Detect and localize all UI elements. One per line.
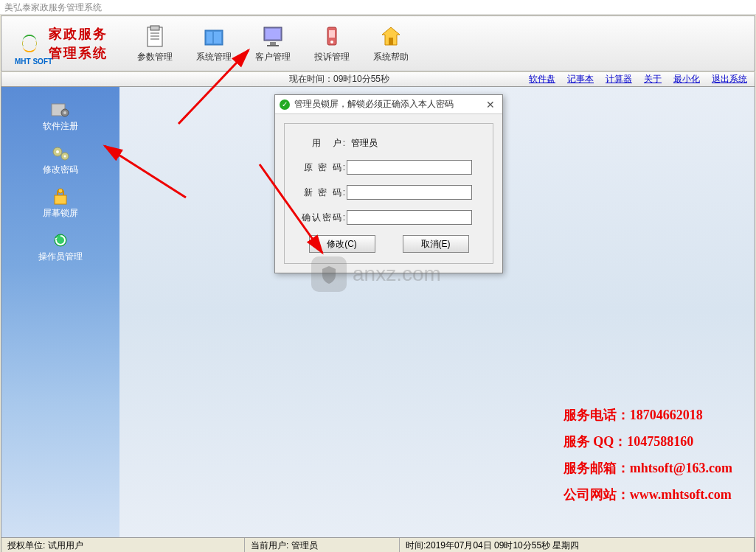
sidebar-label: 软件注册 <box>43 120 78 133</box>
dialog-title-text: 管理员锁屏，解锁必须正确添入本人密码 <box>294 98 454 111</box>
link-notepad[interactable]: 记事本 <box>567 73 594 85</box>
link-softdisk[interactable]: 软件盘 <box>529 73 555 85</box>
dialog-body: 用 户: 管理员 原 密 码: 新 密 码: 确认密码: <box>275 114 502 273</box>
dialog-titlebar: ✓ 管理员锁屏，解锁必须正确添入本人密码 ✕ <box>275 95 502 114</box>
svg-point-20 <box>56 150 59 153</box>
contact-phone: 服务电话：18704662018 <box>563 402 732 428</box>
main-toolbar: 家政服务 管理系统 MHT SOFT 参数管理 系统管理 客户管理 投诉管理 系… <box>1 15 755 71</box>
monitor-icon <box>261 24 285 48</box>
refresh-icon <box>50 231 71 249</box>
logo-line1: 家政服务 <box>49 25 108 43</box>
svg-rect-23 <box>55 195 66 204</box>
user-value: 管理员 <box>347 137 378 150</box>
gears-icon <box>50 144 71 162</box>
toolbar-param-mgmt[interactable]: 参数管理 <box>130 21 180 66</box>
contact-info: 服务电话：18704662018 服务 QQ：1047588160 服务邮箱：m… <box>563 402 732 508</box>
status-license: 授权单位: 试用用户 <box>1 538 245 552</box>
sidebar-operator-mgmt[interactable]: 操作员管理 <box>35 228 86 266</box>
logo-subtitle: MHT SOFT <box>15 57 52 66</box>
svg-point-22 <box>64 156 66 158</box>
svg-rect-1 <box>150 26 159 30</box>
link-about[interactable]: 关于 <box>644 73 662 85</box>
svg-rect-11 <box>267 45 279 46</box>
toolbar-complaint-mgmt[interactable]: 投诉管理 <box>307 21 357 66</box>
sidebar-lock-screen[interactable]: 屏幕锁屏 <box>40 185 81 223</box>
link-minimize[interactable]: 最小化 <box>673 73 700 85</box>
folder-icon <box>202 24 226 48</box>
info-bar: 现在时间：09时10分55秒 软件盘 记事本 计算器 关于 最小化 退出系统 <box>1 72 755 87</box>
status-user: 当前用户: 管理员 <box>245 538 400 552</box>
cancel-button[interactable]: 取消(E) <box>403 235 469 253</box>
contact-site: 公司网站：www.mhtsoft.com <box>563 481 732 508</box>
logo-area: 家政服务 管理系统 <box>1 25 122 62</box>
sidebar-change-password[interactable]: 修改密码 <box>40 142 81 179</box>
contact-email: 服务邮箱：mhtsoft@163.com <box>563 455 732 481</box>
dialog-inner: 用 户: 管理员 原 密 码: 新 密 码: 确认密码: <box>284 123 493 264</box>
sidebar-label: 屏幕锁屏 <box>43 207 78 220</box>
confirm-password-label: 确认密码: <box>295 212 347 224</box>
toolbar-label: 系统帮助 <box>373 51 409 63</box>
close-icon[interactable]: ✕ <box>483 99 498 111</box>
old-password-label: 原 密 码: <box>295 161 347 174</box>
password-dialog: ✓ 管理员锁屏，解锁必须正确添入本人密码 ✕ 用 户: 管理员 原 密 码: 新… <box>274 94 503 273</box>
check-icon: ✓ <box>280 99 290 110</box>
toolbar-help[interactable]: 系统帮助 <box>366 21 416 66</box>
svg-point-24 <box>58 189 63 193</box>
toolbar-label: 投诉管理 <box>314 51 350 63</box>
svg-rect-9 <box>266 29 280 39</box>
svg-rect-15 <box>389 38 393 45</box>
status-time: 时间:2019年07月04日 09时10分55秒 星期四 <box>400 538 755 552</box>
lock-icon <box>50 188 71 206</box>
svg-rect-7 <box>214 32 221 43</box>
main-area: 软件注册 修改密码 屏幕锁屏 操作员管理 ✓ 管理员锁屏，解锁必须正确添入本人密… <box>1 87 755 537</box>
contact-qq: 服务 QQ：1047588160 <box>563 428 732 455</box>
link-calculator[interactable]: 计算器 <box>606 73 632 85</box>
link-exit[interactable]: 退出系统 <box>712 73 747 85</box>
svg-rect-13 <box>329 30 335 38</box>
confirm-password-input[interactable] <box>347 210 472 225</box>
modify-button[interactable]: 修改(C) <box>309 235 375 253</box>
content-area: ✓ 管理员锁屏，解锁必须正确添入本人密码 ✕ 用 户: 管理员 原 密 码: 新… <box>119 87 755 537</box>
sidebar-label: 操作员管理 <box>38 251 83 263</box>
toolbar-label: 客户管理 <box>255 51 291 63</box>
current-time: 现在时间：09时10分55秒 <box>289 73 389 85</box>
new-password-label: 新 密 码: <box>295 186 347 199</box>
toolbar-label: 参数管理 <box>137 51 173 63</box>
toolbar-system-mgmt[interactable]: 系统管理 <box>189 21 239 66</box>
toolbar-customer-mgmt[interactable]: 客户管理 <box>248 21 298 66</box>
sidebar-register[interactable]: 软件注册 <box>40 98 81 136</box>
register-icon <box>50 101 71 119</box>
toolbar-items: 参数管理 系统管理 客户管理 投诉管理 系统帮助 <box>130 21 416 66</box>
svg-rect-10 <box>270 42 276 45</box>
home-icon <box>379 24 403 48</box>
sidebar-label: 修改密码 <box>43 164 78 176</box>
svg-point-14 <box>330 41 333 43</box>
logo-line2: 管理系统 <box>49 44 108 62</box>
sidebar: 软件注册 修改密码 屏幕锁屏 操作员管理 <box>1 87 119 537</box>
user-label: 用 户: <box>295 137 347 150</box>
window-title: 美弘泰家政服务管理系统 <box>0 0 756 15</box>
logo-icon <box>16 30 43 57</box>
svg-rect-6 <box>207 32 212 43</box>
toolbar-label: 系统管理 <box>196 51 232 63</box>
clipboard-icon <box>143 24 167 48</box>
status-bar: 授权单位: 试用用户 当前用户: 管理员 时间:2019年07月04日 09时1… <box>1 537 755 552</box>
phone-icon <box>320 24 344 48</box>
svg-point-18 <box>63 111 66 114</box>
new-password-input[interactable] <box>347 185 472 200</box>
old-password-input[interactable] <box>347 160 472 175</box>
